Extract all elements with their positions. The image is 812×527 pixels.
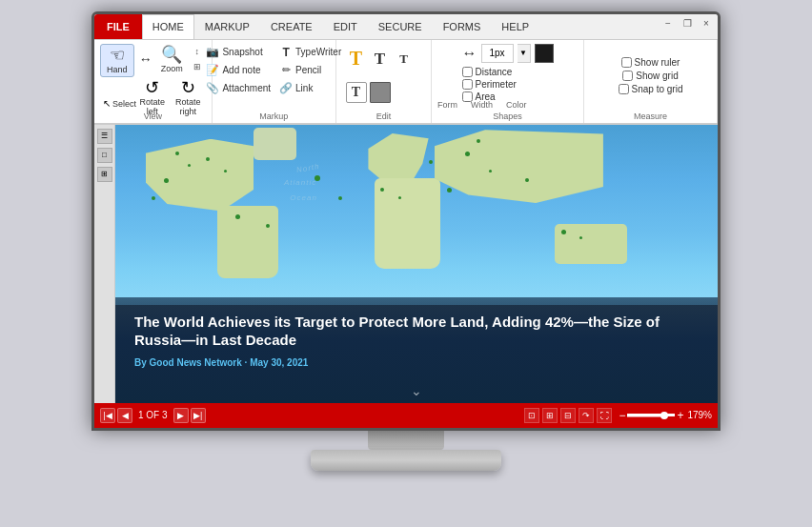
attachment-button[interactable]: 📎 Attachment xyxy=(202,80,274,97)
text-medium-button[interactable]: T xyxy=(370,49,391,70)
sidebar-pages-btn[interactable]: □ xyxy=(97,148,112,163)
first-page-button[interactable]: |◀ xyxy=(100,408,115,423)
zoom-percentage: 179% xyxy=(687,410,712,420)
article-title: The World Achieves its Target to Protect… xyxy=(134,313,699,350)
hand-tool-button[interactable]: ☜ Hand xyxy=(100,44,134,77)
measure-section: Show ruler Show grid Snap to grid Measur… xyxy=(584,40,718,123)
snap-to-grid-label: Snap to grid xyxy=(632,84,683,94)
text-small-button[interactable]: T xyxy=(394,49,415,70)
window-controls: − ❐ × xyxy=(660,16,714,31)
zoom-out-button[interactable]: − xyxy=(619,409,625,422)
perimeter-checkbox-row: Perimeter xyxy=(462,79,517,90)
width-dropdown[interactable]: ▼ xyxy=(518,44,531,63)
ocean-label-north-atlantic: North xyxy=(295,162,320,174)
show-grid-checkbox[interactable] xyxy=(622,71,633,81)
close-button[interactable]: × xyxy=(699,16,714,31)
tab-help[interactable]: HELP xyxy=(491,14,539,39)
prev-page-button[interactable]: ◀ xyxy=(117,408,132,423)
byline-source: Good News Network xyxy=(150,357,242,368)
restore-button[interactable]: ❐ xyxy=(680,16,695,31)
view-section-label: View xyxy=(144,111,162,121)
typewriter-button[interactable]: T TypeWriter xyxy=(275,44,345,61)
text-outline-button[interactable]: T xyxy=(346,82,367,103)
edit-section-label: Edit xyxy=(376,111,392,121)
rotate-right-button[interactable]: ↻ Rotate right xyxy=(171,77,206,118)
typewriter-icon: T xyxy=(279,46,293,59)
page-info: 1 OF 3 xyxy=(134,410,172,420)
snapshot-icon: 📷 xyxy=(206,46,219,59)
show-ruler-row: Show ruler xyxy=(621,57,680,68)
zoom-tool-button[interactable]: 🔍 Zoom xyxy=(157,44,187,75)
measure-section-label: Measure xyxy=(634,111,667,121)
tab-file[interactable]: FILE xyxy=(94,14,142,39)
select-tool-label: Select xyxy=(112,99,136,109)
sidebar-bookmark-btn[interactable]: ⊞ xyxy=(97,167,112,182)
scroll-down-indicator[interactable]: ⌄ xyxy=(411,383,422,398)
link-icon: 🔗 xyxy=(279,82,293,95)
monitor-neck xyxy=(368,431,444,450)
view-section: ☜ Hand ↔ 🔍 Zoom ↕ xyxy=(94,40,213,123)
tab-edit[interactable]: EDIT xyxy=(323,14,368,39)
shapes-section: ↔ ▼ Distance xyxy=(432,40,584,123)
show-ruler-label: Show ruler xyxy=(635,57,680,68)
link-button[interactable]: 🔗 Link xyxy=(275,80,345,97)
rotate-view-button[interactable]: ↷ xyxy=(579,408,594,423)
markup-section-label: Markup xyxy=(259,111,288,121)
zoom-slider[interactable] xyxy=(627,414,675,416)
fullscreen-button[interactable]: ⛶ xyxy=(597,408,612,423)
fit-height-button[interactable]: ⊟ xyxy=(560,408,576,423)
last-page-button[interactable]: ▶| xyxy=(191,408,206,423)
rotate-left-icon: ↺ xyxy=(145,79,159,96)
tab-markup[interactable]: MARKUP xyxy=(194,14,260,39)
distance-checkbox[interactable] xyxy=(462,67,473,77)
show-grid-label: Show grid xyxy=(636,71,678,81)
form-label: Form xyxy=(437,100,457,110)
ribbon-body: ☜ Hand ↔ 🔍 Zoom ↕ xyxy=(94,39,718,125)
status-icons: ⊡ ⊞ ⊟ ↷ ⛶ − + 179% xyxy=(524,408,712,423)
byline-date: · May 30, 2021 xyxy=(245,357,309,368)
monitor-base xyxy=(311,450,501,471)
world-map-image: North Atlantic Ocean xyxy=(115,125,718,306)
pdf-area: ☰ □ ⊞ xyxy=(94,125,718,403)
hand-icon: ☜ xyxy=(110,47,125,64)
minimize-button[interactable]: − xyxy=(660,16,676,31)
snapshot-button[interactable]: 📷 Snapshot xyxy=(202,44,274,61)
perimeter-label: Perimeter xyxy=(476,79,517,90)
select-tool-button[interactable]: ↖ Select xyxy=(100,97,139,110)
fit-page-button[interactable]: ⊡ xyxy=(524,408,539,423)
fit-width-button[interactable]: ⊞ xyxy=(542,408,558,423)
width-label: Width xyxy=(471,100,493,110)
distance-checkbox-row: Distance xyxy=(462,67,517,77)
color-swatch[interactable] xyxy=(535,44,554,63)
perimeter-checkbox[interactable] xyxy=(462,79,473,90)
zoom-in-button[interactable]: + xyxy=(677,409,683,422)
text-large-button[interactable]: T xyxy=(346,49,367,70)
pencil-button[interactable]: ✏ Pencil xyxy=(275,62,345,79)
tab-secure[interactable]: SECURE xyxy=(368,14,433,39)
zoom-arrows: ↔ xyxy=(136,51,155,68)
byline-prefix: By xyxy=(134,357,147,368)
markup-section: 📷 Snapshot T TypeWriter 📝 Add note xyxy=(213,40,336,123)
addnote-icon: 📝 xyxy=(206,64,219,77)
next-page-button[interactable]: ▶ xyxy=(173,408,189,423)
tab-home[interactable]: HOME xyxy=(142,14,194,39)
zoom-icon: 🔍 xyxy=(161,46,182,63)
select-icon: ↖ xyxy=(103,98,111,109)
article-content: The World Achieves its Target to Protect… xyxy=(115,297,718,403)
width-input[interactable] xyxy=(481,44,514,63)
pdf-sidebar: ☰ □ ⊞ xyxy=(94,125,115,403)
snap-to-grid-checkbox[interactable] xyxy=(619,84,629,94)
text-color-swatch[interactable] xyxy=(370,82,391,103)
add-note-button[interactable]: 📝 Add note xyxy=(202,62,274,79)
pdf-content: North Atlantic Ocean The World Achieves … xyxy=(115,125,718,403)
tab-forms[interactable]: FORMS xyxy=(433,14,492,39)
show-ruler-checkbox[interactable] xyxy=(621,57,632,68)
edit-section: T T T T Edit xyxy=(336,40,432,123)
article-byline: By Good News Network · May 30, 2021 xyxy=(134,357,699,368)
hand-tool-label: Hand xyxy=(107,65,128,74)
tab-create[interactable]: CREATE xyxy=(260,14,323,39)
ribbon-tabs: FILE HOME MARKUP CREATE EDIT SECURE FORM… xyxy=(94,14,718,39)
page-navigation: |◀ ◀ 1 OF 3 ▶ ▶| xyxy=(100,408,206,423)
markup-grid: 📷 Snapshot T TypeWriter 📝 Add note xyxy=(202,44,345,109)
shapes-section-label: Shapes xyxy=(493,111,522,121)
